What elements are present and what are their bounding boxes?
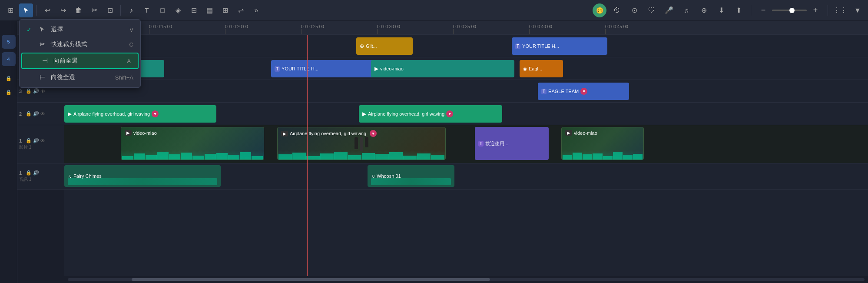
cursor-icon[interactable]	[19, 3, 33, 17]
redo-icon[interactable]: ↪	[56, 3, 70, 17]
timeline-ruler[interactable]: 00:00:10:00 00:00:15:00 00:00:20:00 00:0…	[64, 21, 868, 35]
speaker-icon-3[interactable]: 🔊	[33, 88, 39, 94]
crop-icon[interactable]: ⊡	[103, 3, 117, 17]
lock-icon-1[interactable]: 🔒	[26, 138, 32, 143]
clip-airplane1b[interactable]: ▶ Airplane flying overhead, girl waving …	[277, 127, 446, 160]
clip-vm1b[interactable]: ▶ video-miao	[561, 127, 644, 160]
clip-eagle-team-icon: T	[541, 89, 547, 94]
heart-icon-air2a: ♥	[152, 110, 159, 117]
side-icon-2[interactable]: 🔒	[2, 85, 16, 99]
quickcut-shortcut: C	[129, 41, 133, 48]
timeline-main: 00:00:10:00 00:00:15:00 00:00:20:00 00:0…	[64, 21, 868, 283]
eye-icon-2[interactable]: 👁	[40, 111, 45, 117]
clip-glit-label: Glit...	[366, 43, 377, 49]
eye-icon-3[interactable]: 👁	[40, 89, 45, 94]
scrollbar-thumb[interactable]	[132, 278, 490, 281]
clip-yourtitle1[interactable]: T YOUR TITLE H...	[512, 37, 607, 55]
scrollbar-area[interactable]	[64, 276, 868, 283]
speaker-icon-a1[interactable]: 🔊	[33, 170, 39, 176]
play-circle-icon[interactable]: ⊙	[627, 3, 641, 17]
clip-whoosh[interactable]: ♫ Whoosh 01	[368, 165, 454, 187]
menu-item-selectafter-label: 向後全選	[51, 73, 75, 81]
scissors-icon[interactable]: ✂	[87, 3, 101, 17]
track3-num: 3	[19, 89, 24, 94]
tick-3: 00:00:25:00	[301, 24, 324, 29]
clip-glit[interactable]: ⊕ Glit...	[356, 37, 413, 55]
clip-videomiao4b[interactable]: ▶ video-miao	[371, 60, 514, 77]
menu-item-select[interactable]: ✓ 選擇 V	[20, 22, 140, 37]
text-icon[interactable]: T	[140, 3, 154, 17]
clip-eagle-team[interactable]: T EAGLE TEAM ♥	[538, 83, 629, 100]
clip-eagle-small[interactable]: ◉ Eagl...	[520, 60, 563, 77]
track-row-audio1: ♫ Fairy Chimes ♫ Whoosh 01	[64, 163, 868, 190]
translate-icon[interactable]: ⇌	[234, 3, 248, 17]
clip-glit-icon: ⊕	[360, 43, 364, 49]
clock-icon[interactable]: ⏱	[610, 3, 624, 17]
lock-icon-a1[interactable]: 🔒	[26, 170, 32, 176]
lp-row-2: 2 🔒 🔊 👁	[17, 103, 64, 125]
menu-item-quick-cut[interactable]: ✓ ✂ 快速裁剪模式 C	[20, 37, 140, 52]
lp-row-1: 1 🔒 🔊 👁 影片 1	[17, 125, 64, 163]
scissors-menu-icon: ✂	[38, 40, 46, 48]
clip-airplane2a[interactable]: ▶ Airplane flying overhead, girl waving …	[64, 105, 216, 123]
subtitle-icon[interactable]: ⊟	[187, 3, 201, 17]
rect-icon[interactable]: □	[156, 3, 169, 17]
track2-num: 2	[19, 111, 24, 117]
export-icon[interactable]: ⬆	[732, 3, 745, 17]
layers-icon[interactable]: ⊕	[697, 3, 711, 17]
side-icon-4[interactable]: 4	[2, 52, 16, 66]
motion-icon[interactable]: ◈	[171, 3, 185, 17]
avatar[interactable]: 😊	[593, 3, 606, 17]
side-icons: 5 4 🔒 🔒	[0, 21, 17, 283]
clip-air1b-label: Airplane flying overhead, girl waving	[290, 131, 366, 136]
eye-icon-1[interactable]: 👁	[40, 138, 45, 143]
tracks-area: ✂ ⊕ Glit... T YOUR TITLE H... ▶	[64, 35, 868, 276]
zoom-out-icon[interactable]: −	[756, 3, 770, 17]
side-icon-5[interactable]: 5	[2, 35, 16, 49]
track-row-1: ▶ video-miao	[64, 125, 868, 163]
clip-air2a-icon: ▶	[68, 111, 72, 117]
heart-icon-air2b: ♥	[446, 110, 453, 117]
track-row-3: T EAGLE TEAM ♥	[64, 80, 868, 103]
clip-yourtitle1-label: YOUR TITLE H...	[522, 43, 559, 49]
menu-item-quickcut-label: 快速裁剪模式	[51, 40, 87, 48]
clip-videomiao1[interactable]: ▶ video-miao	[121, 127, 264, 160]
clip-airplane2b[interactable]: ▶ Airplane flying overhead, girl waving …	[359, 105, 502, 123]
select-before-icon: ⊣	[40, 57, 49, 65]
clip-vm1b-label: video-miao	[574, 130, 597, 136]
lock-icon-3[interactable]: 🔒	[26, 88, 32, 94]
delete-icon[interactable]: 🗑	[72, 3, 86, 17]
clip-youying[interactable]: T 歡迎使用...	[475, 127, 549, 160]
toolbar-right: 😊 ⏱ ⊙ 🛡 🎤 ♬ ⊕ ⬇ ⬆ − + ⋮⋮ ▼	[593, 3, 865, 17]
audio1-label: 音訊 1	[19, 176, 31, 183]
scrollbar-track[interactable]	[68, 278, 865, 281]
check-icon: ✓	[27, 26, 33, 33]
select-shortcut: V	[129, 27, 133, 33]
zoom-slider[interactable]	[772, 10, 807, 11]
tile-icon[interactable]: ⊞	[218, 3, 232, 17]
speaker-icon-2[interactable]: 🔊	[33, 111, 39, 117]
more-tools-icon[interactable]: »	[249, 3, 263, 17]
shield-icon[interactable]: 🛡	[645, 3, 659, 17]
barcode-icon[interactable]: ▤	[202, 3, 216, 17]
clip-vm1-label: video-miao	[133, 130, 157, 136]
undo-icon[interactable]: ↩	[40, 3, 54, 17]
speaker-icon-1[interactable]: 🔊	[33, 138, 39, 143]
import-icon[interactable]: ⬇	[714, 3, 728, 17]
menu-item-select-label: 選擇	[51, 26, 63, 33]
music-list-icon[interactable]: ♬	[679, 3, 693, 17]
music-note-icon[interactable]: ♪	[124, 3, 138, 17]
apps-icon[interactable]: ⊞	[3, 3, 17, 17]
cursor-menu-icon	[38, 26, 46, 33]
grid-icon[interactable]: ⋮⋮	[833, 3, 847, 17]
clip-fairy[interactable]: ♫ Fairy Chimes	[64, 165, 221, 187]
side-icon-3[interactable]: 🔒	[2, 70, 16, 83]
menu-item-select-after[interactable]: ✓ ⊢ 向後全選 Shift+A	[20, 70, 140, 85]
lock-icon-2[interactable]: 🔒	[26, 111, 32, 117]
menu-item-select-before[interactable]: ✓ ⊣ 向前全選 A	[21, 53, 139, 69]
mic-icon[interactable]: 🎤	[662, 3, 676, 17]
zoom-in-icon[interactable]: +	[808, 3, 822, 17]
track-row-5: ⊕ Glit... T YOUR TITLE H...	[64, 35, 868, 57]
clip-yourtitle2-label: YOUR TITLE H...	[282, 66, 318, 71]
expand-icon[interactable]: ▼	[851, 3, 865, 17]
